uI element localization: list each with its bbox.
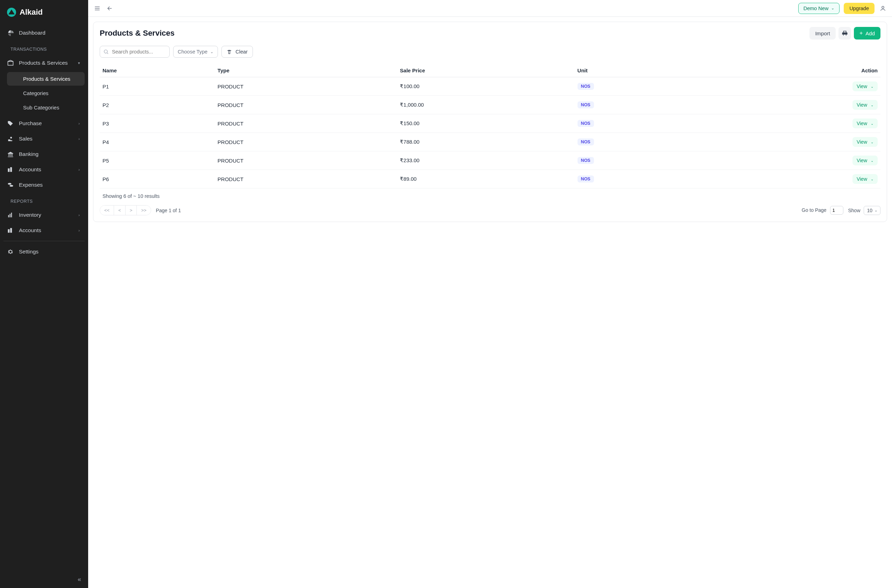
trash-icon	[227, 49, 232, 54]
cell-name: P6	[100, 170, 215, 188]
pager-prev[interactable]: <	[114, 206, 126, 215]
sidebar-item-products-services[interactable]: Products & Services ▾	[0, 55, 88, 70]
cell-sale-price: ₹100.00	[397, 77, 575, 96]
view-label: View	[857, 84, 867, 89]
view-button[interactable]: View⌄	[853, 174, 878, 184]
table-row[interactable]: P6PRODUCT₹89.00NOSView⌄	[100, 170, 880, 188]
profile-button[interactable]	[879, 4, 887, 13]
company-switcher[interactable]: Demo New ⌄	[798, 3, 840, 14]
sidebar-item-accounts[interactable]: Accounts ›	[0, 162, 88, 177]
cell-type: PRODUCT	[215, 114, 397, 133]
search-input[interactable]	[100, 46, 170, 58]
back-button[interactable]	[106, 4, 114, 13]
search-icon	[103, 49, 109, 54]
pager-first[interactable]: <<	[100, 206, 114, 215]
table-row[interactable]: P1PRODUCT₹100.00NOSView⌄	[100, 77, 880, 96]
sidebar-label-accounts: Accounts	[19, 166, 72, 173]
table-row[interactable]: P4PRODUCT₹788.00NOSView⌄	[100, 133, 880, 152]
chevron-down-icon: ⌄	[871, 159, 874, 162]
sidebar-subitem-products-services[interactable]: Products & Services	[7, 72, 85, 86]
cell-type: PRODUCT	[215, 96, 397, 114]
products-table: Name Type Sale Price Unit Action P1PRODU…	[100, 64, 880, 200]
add-button[interactable]: + Add	[854, 27, 880, 39]
sidebar-label-sales: Sales	[19, 136, 72, 142]
brand-logo-icon	[7, 8, 16, 17]
view-button[interactable]: View⌄	[853, 137, 878, 147]
pager-next[interactable]: >	[126, 206, 137, 215]
import-button[interactable]: Import	[809, 27, 836, 39]
view-label: View	[857, 176, 867, 182]
sidebar-item-expenses[interactable]: Expenses	[0, 177, 88, 193]
print-button[interactable]	[838, 27, 851, 39]
sidebar-item-purchase[interactable]: Purchase ›	[0, 116, 88, 131]
brand-logo[interactable]: Alkaid	[0, 0, 88, 24]
th-sale-price[interactable]: Sale Price	[397, 64, 575, 77]
clear-label: Clear	[235, 49, 248, 54]
cell-name: P3	[100, 114, 215, 133]
table-row[interactable]: P2PRODUCT₹1,000.00NOSView⌄	[100, 96, 880, 114]
view-label: View	[857, 139, 867, 145]
sidebar-subitem-sub-categories[interactable]: Sub Categories	[7, 100, 85, 114]
sidebar-section-reports: REPORTS	[0, 193, 88, 207]
cell-sale-price: ₹150.00	[397, 114, 575, 133]
type-filter-label: Choose Type	[178, 49, 208, 54]
svg-rect-3	[10, 167, 12, 172]
type-filter[interactable]: Choose Type ⌄	[173, 46, 218, 58]
view-button[interactable]: View⌄	[853, 156, 878, 165]
clear-button[interactable]: Clear	[221, 46, 253, 58]
goto-input[interactable]	[830, 206, 843, 214]
th-action: Action	[702, 64, 881, 77]
sidebar-label-accounts-reports: Accounts	[19, 227, 72, 234]
show-label: Show	[848, 208, 860, 213]
view-button[interactable]: View⌄	[853, 118, 878, 128]
sidebar-subitem-categories[interactable]: Categories	[7, 86, 85, 100]
svg-rect-6	[8, 215, 9, 218]
goto-label: Go to Page	[802, 207, 827, 213]
svg-rect-10	[10, 228, 12, 232]
cell-unit: NOS	[575, 152, 702, 170]
menu-toggle-button[interactable]	[93, 4, 101, 13]
th-unit[interactable]: Unit	[575, 64, 702, 77]
upgrade-button[interactable]: Upgrade	[844, 3, 874, 14]
cell-unit: NOS	[575, 114, 702, 133]
th-name[interactable]: Name	[100, 64, 215, 77]
chevron-down-icon: ⌄	[871, 85, 874, 88]
unit-badge: NOS	[578, 176, 594, 183]
table-row[interactable]: P3PRODUCT₹150.00NOSView⌄	[100, 114, 880, 133]
chevron-down-icon: ⌄	[871, 122, 874, 126]
sidebar-item-banking[interactable]: Banking	[0, 147, 88, 162]
view-button[interactable]: View⌄	[853, 81, 878, 91]
company-name: Demo New	[803, 6, 829, 11]
cell-type: PRODUCT	[215, 152, 397, 170]
sidebar-item-inventory[interactable]: Inventory ›	[0, 207, 88, 223]
sidebar-label-inventory: Inventory	[19, 212, 72, 218]
sidebar-item-dashboard[interactable]: Dashboard	[0, 25, 88, 40]
sidebar-label-dashboard: Dashboard	[19, 30, 81, 36]
svg-rect-7	[10, 214, 11, 218]
content: Products & Services Import + Add	[88, 17, 892, 227]
svg-rect-2	[8, 168, 10, 172]
svg-point-11	[882, 6, 884, 8]
sidebar-item-settings[interactable]: Settings	[0, 244, 88, 260]
chevron-down-icon: ⌄	[871, 177, 874, 181]
svg-rect-8	[11, 213, 12, 217]
view-label: View	[857, 102, 867, 108]
sidebar-item-accounts-reports[interactable]: Accounts ›	[0, 223, 88, 238]
sidebar-section-transactions: TRANSACTIONS	[0, 40, 88, 55]
sidebar-collapse-button[interactable]: «	[78, 576, 81, 583]
chevron-down-icon: ⌄	[874, 208, 877, 212]
sidebar-label-products-services: Products & Services	[19, 60, 72, 66]
svg-point-4	[8, 183, 12, 184]
th-type[interactable]: Type	[215, 64, 397, 77]
cell-unit: NOS	[575, 96, 702, 114]
dashboard-icon	[7, 29, 14, 36]
view-button[interactable]: View⌄	[853, 100, 878, 110]
table-row[interactable]: P5PRODUCT₹233.00NOSView⌄	[100, 152, 880, 170]
chevron-down-icon: ⌄	[210, 50, 214, 54]
sidebar-item-sales[interactable]: Sales ›	[0, 131, 88, 147]
view-label: View	[857, 121, 867, 126]
show-select[interactable]: 10 ⌄	[863, 206, 880, 215]
chevron-down-icon: ⌄	[871, 103, 874, 107]
pager: << < > >>	[100, 205, 151, 215]
pager-last[interactable]: >>	[137, 206, 150, 215]
